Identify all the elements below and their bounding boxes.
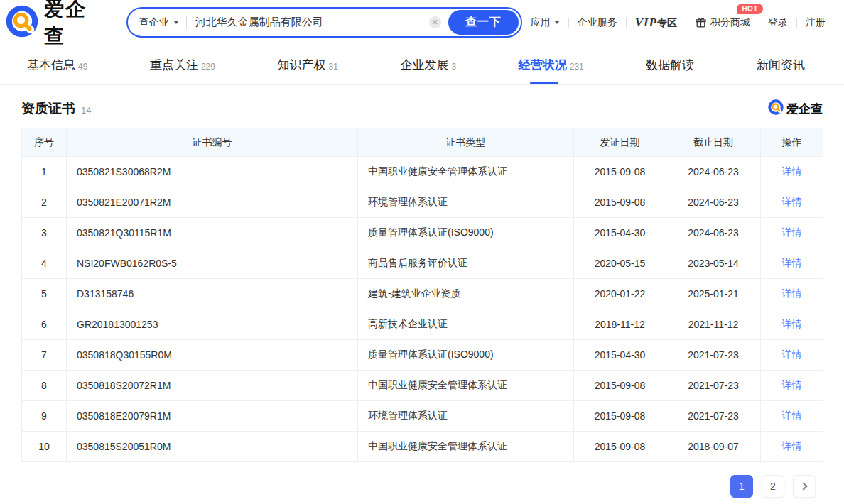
detail-link[interactable]: 详情: [782, 379, 802, 390]
row-index: 10: [22, 432, 67, 462]
action-cell: 详情: [761, 157, 823, 187]
tab-count: 3: [451, 62, 456, 72]
issue-date: 2015-09-08: [574, 371, 666, 401]
issue-date: 2015-09-08: [574, 187, 666, 218]
nav-item-4[interactable]: 积分商城HOT: [686, 16, 759, 29]
nav-item-label: 企业服务: [578, 16, 617, 29]
cert-number: 0350818E20079R1M: [67, 401, 358, 432]
section-title: 资质证书: [21, 99, 75, 118]
tab-1[interactable]: 基本信息49: [27, 45, 87, 84]
table-header-row: 序号证书编号证书类型发证日期截止日期操作: [22, 128, 823, 157]
search-category-dropdown[interactable]: 查企业: [128, 16, 186, 29]
detail-link[interactable]: 详情: [782, 440, 802, 451]
cert-type: 环境管理体系认证: [358, 401, 574, 432]
issue-date: 2015-09-08: [574, 432, 666, 462]
cert-number: D313158746: [67, 279, 358, 309]
pagination-page-2[interactable]: 2: [762, 475, 784, 498]
nav-item-6[interactable]: 注册: [797, 16, 834, 29]
table-row: 80350818S20072R1M中国职业健康安全管理体系认证2015-09-0…: [22, 371, 823, 401]
certificates-table: 序号证书编号证书类型发证日期截止日期操作 10350821S30068R2M中国…: [21, 128, 823, 462]
action-cell: 详情: [761, 432, 823, 462]
row-index: 5: [22, 279, 67, 309]
table-row: 4NSI20FWB0162R0S-5商品售后服务评价认证2020-05-1520…: [22, 248, 823, 279]
row-index: 1: [22, 157, 67, 187]
detail-link[interactable]: 详情: [782, 257, 802, 268]
expire-date: 2025-01-21: [666, 279, 761, 309]
tab-6[interactable]: 数据解读: [646, 45, 694, 84]
cert-type: 中国职业健康安全管理体系认证: [358, 432, 574, 462]
tab-label: 企业发展: [400, 57, 448, 73]
hot-badge: HOT: [737, 4, 763, 14]
table-row: 6GR201813001253高新技术企业认证2018-11-122021-11…: [22, 309, 823, 340]
clear-search-icon[interactable]: ✕: [429, 16, 441, 28]
tab-count: 49: [78, 62, 87, 72]
pagination-next-button[interactable]: [793, 475, 816, 498]
tab-count: 31: [329, 62, 338, 72]
expire-date: 2021-07-23: [666, 340, 761, 371]
issue-date: 2015-04-30: [574, 340, 666, 371]
aiqicha-watermark-icon: [768, 99, 784, 118]
tab-2[interactable]: 重点关注229: [150, 45, 215, 84]
expire-date: 2024-06-23: [666, 157, 761, 187]
pagination-page-1[interactable]: 1: [730, 475, 753, 498]
row-index: 2: [22, 187, 67, 218]
action-cell: 详情: [761, 248, 823, 279]
tab-4[interactable]: 企业发展3: [400, 45, 456, 84]
nav-item-1[interactable]: 应用: [522, 16, 568, 29]
tab-3[interactable]: 知识产权31: [278, 45, 338, 84]
detail-link[interactable]: 详情: [782, 318, 802, 329]
aiqicha-logo-icon: [6, 5, 38, 40]
detail-link[interactable]: 详情: [782, 287, 802, 299]
top-nav: 应用企业服务VIP专区积分商城HOT登录注册: [522, 16, 834, 30]
cert-type: 质量管理体系认证(ISO9000): [358, 340, 574, 371]
action-cell: 详情: [761, 309, 823, 340]
aiqicha-logo[interactable]: 爱企查: [6, 0, 108, 50]
issue-date: 2018-11-12: [574, 309, 666, 340]
detail-link[interactable]: 详情: [782, 349, 802, 360]
detail-link[interactable]: 详情: [782, 226, 802, 238]
tab-label: 新闻资讯: [757, 57, 805, 73]
nav-item-5[interactable]: 登录: [759, 16, 796, 29]
tab-5[interactable]: 经营状况231: [519, 45, 584, 84]
cert-number: 0350821S30068R2M: [67, 157, 358, 187]
row-index: 3: [22, 218, 67, 248]
expire-date: 2023-05-14: [666, 248, 761, 279]
search-button[interactable]: 查一下: [448, 10, 519, 35]
column-header: 序号: [22, 128, 67, 157]
aiqicha-page: 爱企查 查企业 ✕ 查一下 应用企业服务VIP专区积分商城HOT登录注册 基本信…: [0, 0, 844, 504]
section-head: 资质证书 14 爱企查: [21, 99, 823, 118]
row-index: 9: [22, 401, 67, 432]
detail-link[interactable]: 详情: [782, 165, 802, 177]
expire-date: 2021-11-12: [666, 309, 761, 340]
tab-count: 229: [201, 62, 215, 72]
tab-label: 经营状况: [519, 57, 567, 73]
top-header: 爱企查 查企业 ✕ 查一下 应用企业服务VIP专区积分商城HOT登录注册: [0, 0, 844, 45]
tab-label: 重点关注: [150, 57, 198, 73]
detail-link[interactable]: 详情: [782, 410, 802, 421]
table-row: 5D313158746建筑-建筑业企业资质2020-01-222025-01-2…: [22, 279, 823, 309]
issue-date: 2015-04-30: [574, 218, 666, 248]
tab-label: 知识产权: [278, 57, 326, 73]
cert-number: 0350821E20071R2M: [67, 187, 358, 218]
cert-number: GR201813001253: [67, 309, 358, 340]
search-input[interactable]: [187, 16, 429, 28]
table-row: 30350821Q30115R1M质量管理体系认证(ISO9000)2015-0…: [22, 218, 823, 248]
chevron-down-icon: [173, 21, 179, 24]
action-cell: 详情: [761, 218, 823, 248]
table-row: 100350815S20051R0M中国职业健康安全管理体系认证2015-09-…: [22, 432, 823, 462]
search-bar: 查企业 ✕ 查一下: [126, 7, 522, 38]
table-row: 90350818E20079R1M环境管理体系认证2015-09-082021-…: [22, 401, 823, 432]
chevron-right-icon: [799, 482, 807, 490]
row-index: 8: [22, 371, 67, 401]
detail-link[interactable]: 详情: [782, 196, 802, 207]
nav-item-2[interactable]: 企业服务: [569, 16, 626, 29]
cert-type: 建筑-建筑业企业资质: [358, 279, 574, 309]
table-row: 70350818Q30155R0M质量管理体系认证(ISO9000)2015-0…: [22, 340, 823, 371]
expire-date: 2021-07-23: [666, 371, 761, 401]
nav-item-3[interactable]: VIP专区: [627, 16, 686, 30]
cert-type: 中国职业健康安全管理体系认证: [358, 157, 574, 187]
gift-icon: [695, 16, 707, 28]
expire-date: 2021-07-23: [666, 401, 761, 432]
tab-7[interactable]: 新闻资讯: [757, 45, 805, 84]
table-row: 20350821E20071R2M环境管理体系认证2015-09-082024-…: [22, 187, 823, 218]
